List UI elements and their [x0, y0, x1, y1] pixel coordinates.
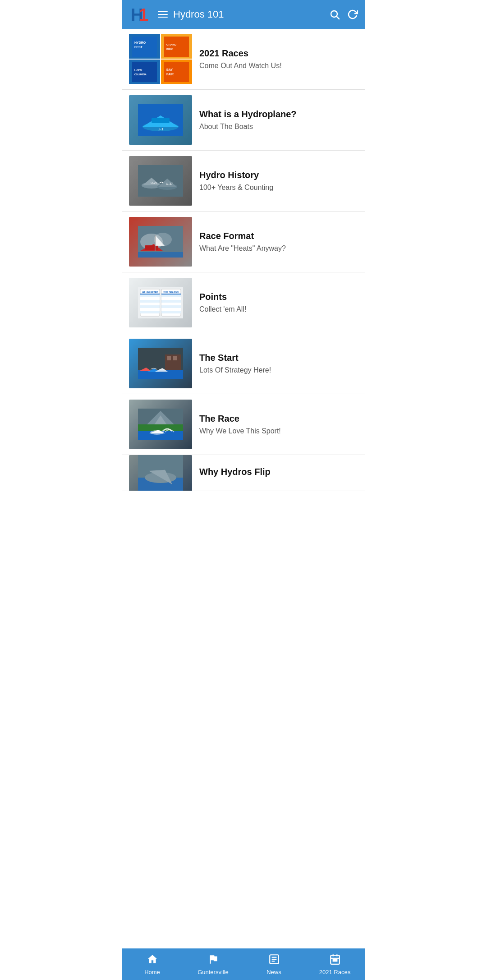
list-item[interactable]: The Race Why We Love This Sport! [122, 394, 365, 455]
item-title: Points [199, 291, 358, 302]
list-item[interactable]: The Start Lots Of Strategy Here! [122, 333, 365, 394]
svg-rect-47 [161, 297, 181, 300]
svg-text:1: 1 [139, 5, 148, 24]
item-text: Why Hydros Flip [199, 466, 358, 480]
item-image [129, 400, 192, 449]
refresh-button[interactable] [347, 9, 358, 20]
svg-rect-14 [164, 62, 189, 82]
search-button[interactable] [329, 9, 340, 20]
svg-rect-52 [140, 305, 160, 308]
nav-guntersville[interactable]: Guntersville [183, 948, 244, 980]
item-image: U-1 [129, 95, 192, 145]
list-item[interactable]: H1 UNLIMITED 2017 SEASON [122, 272, 365, 333]
svg-text:U-37: U-37 [166, 182, 173, 185]
svg-text:FAIR: FAIR [166, 73, 174, 76]
svg-rect-61 [173, 356, 177, 360]
nav-home[interactable]: Home [122, 948, 183, 980]
svg-rect-56 [140, 311, 160, 313]
svg-rect-48 [140, 300, 160, 303]
item-subtitle: Why We Love This Sport! [199, 427, 358, 436]
list-item[interactable]: Race Format What Are "Heats" Anyway? [122, 212, 365, 272]
svg-rect-53 [161, 305, 181, 308]
item-image-multi: HYDRO FEST GRAND PRIX HAPO COLUMBIA [129, 34, 192, 84]
svg-point-72 [150, 430, 164, 435]
item-text: 2021 Races Come Out And Watch Us! [199, 48, 358, 71]
content-list: HYDRO FEST GRAND PRIX HAPO COLUMBIA [122, 29, 365, 980]
header-title: Hydros 101 [173, 9, 329, 20]
home-icon [147, 953, 158, 967]
svg-rect-45 [161, 294, 181, 297]
nav-home-label: Home [144, 969, 160, 975]
svg-rect-57 [161, 311, 181, 313]
svg-text:GRAND: GRAND [166, 43, 177, 46]
svg-rect-44 [140, 294, 160, 297]
svg-line-4 [337, 17, 340, 19]
news-icon [268, 953, 280, 967]
item-title: The Start [199, 352, 358, 363]
list-item[interactable]: U-1 What is a Hydroplane? About The Boat… [122, 90, 365, 151]
menu-icon[interactable] [158, 11, 168, 18]
item-image: H1 UNLIMITED 2017 SEASON [129, 278, 192, 327]
item-text: Points Collect 'em All! [199, 291, 358, 314]
item-title: What is a Hydroplane? [199, 109, 358, 120]
nav-news-label: News [266, 969, 281, 975]
svg-text:BAY: BAY [166, 68, 173, 71]
item-subtitle: About The Boats [199, 122, 358, 132]
item-text: Hydro History 100+ Years & Counting [199, 170, 358, 193]
svg-rect-20 [152, 118, 170, 123]
header-actions [329, 9, 358, 20]
item-image [129, 339, 192, 388]
item-image [129, 455, 192, 491]
item-text: Race Format What Are "Heats" Anyway? [199, 230, 358, 253]
svg-rect-11 [132, 62, 157, 82]
svg-rect-55 [161, 308, 181, 311]
svg-text:U-1: U-1 [158, 127, 164, 131]
list-item[interactable]: U-27 U-37 Hydro History 100+ Years & Cou… [122, 151, 365, 212]
item-title: Why Hydros Flip [199, 466, 358, 477]
svg-rect-42 [140, 294, 160, 294]
item-text: The Race Why We Love This Sport! [199, 413, 358, 436]
svg-text:2017 SEASON: 2017 SEASON [163, 291, 179, 294]
svg-text:HAPO: HAPO [134, 69, 142, 71]
svg-rect-51 [161, 303, 181, 305]
item-title: Race Format [199, 230, 358, 241]
svg-rect-85 [333, 960, 334, 961]
app-logo: H 1 [129, 3, 152, 26]
svg-text:H1 UNLIMITED: H1 UNLIMITED [142, 291, 158, 294]
list-item[interactable]: Why Hydros Flip [122, 455, 365, 491]
svg-rect-36 [138, 252, 183, 258]
item-text: The Start Lots Of Strategy Here! [199, 352, 358, 375]
item-title: Hydro History [199, 170, 358, 180]
svg-rect-8 [164, 37, 189, 57]
item-text: What is a Hydroplane? About The Boats [199, 109, 358, 132]
svg-rect-43 [161, 294, 181, 294]
item-subtitle: Come Out And Watch Us! [199, 61, 358, 71]
svg-rect-69 [138, 424, 183, 431]
nav-2021-races[interactable]: 2021 Races [304, 948, 365, 980]
item-subtitle: Lots Of Strategy Here! [199, 366, 358, 375]
svg-rect-49 [161, 300, 181, 303]
svg-rect-86 [335, 960, 337, 961]
svg-text:COLUMBIA: COLUMBIA [134, 73, 147, 76]
svg-text:U-27: U-27 [151, 181, 157, 184]
svg-text:HYDRO: HYDRO [134, 41, 146, 44]
item-subtitle: What Are "Heats" Anyway? [199, 244, 358, 253]
item-subtitle: Collect 'em All! [199, 305, 358, 314]
flag-icon [207, 953, 219, 967]
nav-2021-races-label: 2021 Races [319, 969, 350, 975]
item-title: 2021 Races [199, 48, 358, 59]
svg-rect-54 [140, 308, 160, 311]
item-image: U-27 U-37 [129, 156, 192, 206]
item-title: The Race [199, 413, 358, 424]
list-item[interactable]: HYDRO FEST GRAND PRIX HAPO COLUMBIA [122, 29, 365, 90]
nav-news[interactable]: News [244, 948, 304, 980]
svg-rect-60 [167, 356, 171, 360]
calendar-icon [329, 953, 341, 967]
item-subtitle: 100+ Years & Counting [199, 183, 358, 193]
svg-rect-46 [140, 297, 160, 300]
nav-guntersville-label: Guntersville [198, 969, 229, 975]
svg-rect-50 [140, 303, 160, 305]
app-header: H 1 Hydros 101 [122, 0, 365, 29]
bottom-navigation: Home Guntersville News [122, 948, 365, 980]
svg-text:FEST: FEST [134, 46, 143, 49]
